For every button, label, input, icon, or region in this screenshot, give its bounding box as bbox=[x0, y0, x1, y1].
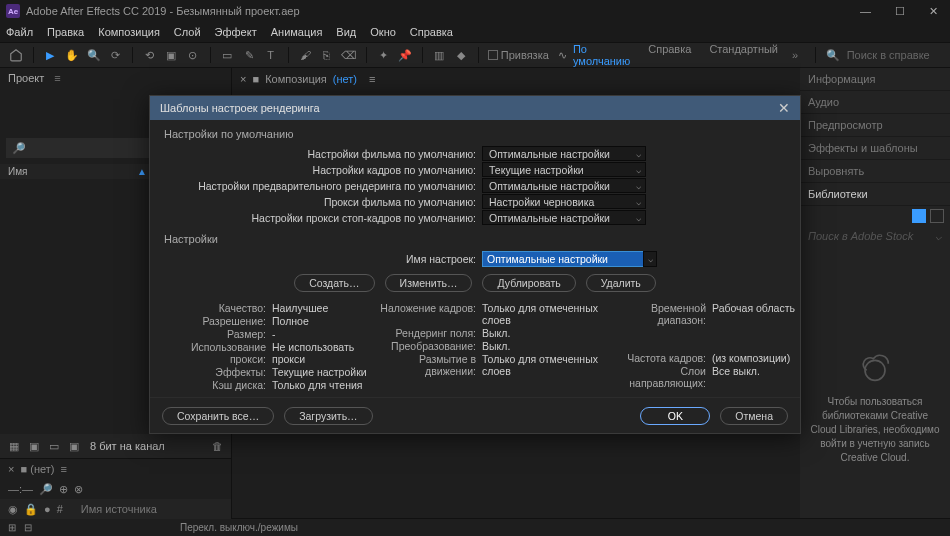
motion-label: Размытие в движении: bbox=[380, 353, 480, 377]
resolution-value: Полное bbox=[270, 315, 380, 327]
puppet-tool-icon[interactable]: 📌 bbox=[397, 46, 413, 64]
stillproxy-default-dropdown[interactable]: Оптимальные настройки bbox=[482, 210, 646, 225]
home-icon[interactable] bbox=[8, 46, 24, 64]
movieproxy-default-dropdown[interactable]: Настройки черновика bbox=[482, 194, 646, 209]
frame-default-label: Настройки кадров по умолчанию: bbox=[160, 164, 482, 176]
guides-value: Все выкл. bbox=[710, 365, 800, 389]
movieproxy-default-label: Прокси фильма по умолчанию: bbox=[160, 196, 482, 208]
workspace-default[interactable]: По умолчанию bbox=[573, 43, 630, 67]
guides-label: Слои направляющих: bbox=[610, 365, 710, 389]
size-label: Размер: bbox=[160, 328, 270, 340]
fps-value: (из композиции) bbox=[710, 352, 800, 364]
stillproxy-default-label: Настройки прокси стоп-кадров по умолчани… bbox=[160, 212, 482, 224]
dialog-title: Шаблоны настроек рендеринга bbox=[160, 102, 320, 114]
snap-label: Привязка bbox=[501, 49, 549, 61]
save-all-button[interactable]: Сохранить все… bbox=[162, 407, 274, 425]
delete-button[interactable]: Удалить bbox=[586, 274, 656, 292]
span-label: Временной диапазон: bbox=[610, 302, 710, 326]
pulldown-value: Выкл. bbox=[480, 340, 610, 352]
clone-tool-icon[interactable]: ⎘ bbox=[319, 46, 335, 64]
quality-value: Наилучшее bbox=[270, 302, 380, 314]
window-title: Adobe After Effects CC 2019 - Безымянный… bbox=[26, 5, 300, 17]
size-value: - bbox=[270, 328, 380, 340]
menu-edit[interactable]: Правка bbox=[47, 26, 84, 38]
render-settings-templates-dialog: Шаблоны настроек рендеринга ✕ Настройки … bbox=[149, 95, 801, 434]
field-label: Рендеринг поля: bbox=[380, 327, 480, 339]
settings-name-combobox[interactable]: Оптимальные настройки bbox=[482, 251, 646, 267]
duplicate-button[interactable]: Дублировать bbox=[482, 274, 575, 292]
settings-details: Качество:Наилучшее Разрешение:Полное Раз… bbox=[160, 302, 790, 391]
window-close[interactable]: ✕ bbox=[923, 5, 944, 18]
frame-default-dropdown[interactable]: Текущие настройки bbox=[482, 162, 646, 177]
eraser-tool-icon[interactable]: ⌫ bbox=[341, 46, 357, 64]
hand-tool-icon[interactable]: ✋ bbox=[64, 46, 80, 64]
brush-tool-icon[interactable]: 🖌 bbox=[297, 46, 313, 64]
help-search-input[interactable]: Поиск в справке bbox=[847, 49, 942, 61]
titlebar: Ae Adobe After Effects CC 2019 - Безымян… bbox=[0, 0, 950, 22]
ok-button[interactable]: OK bbox=[640, 407, 710, 425]
prerender-default-label: Настройки предварительного рендеринга по… bbox=[160, 180, 482, 192]
prerender-default-dropdown[interactable]: Оптимальные настройки bbox=[482, 178, 646, 193]
movie-default-label: Настройки фильма по умолчанию: bbox=[160, 148, 482, 160]
mask-tool-icon[interactable]: ▥ bbox=[432, 46, 448, 64]
disk-label: Кэш диска: bbox=[160, 379, 270, 391]
menubar: Файл Правка Композиция Слой Эффект Анима… bbox=[0, 22, 950, 42]
menu-animation[interactable]: Анимация bbox=[271, 26, 323, 38]
pulldown-label: Преобразование: bbox=[380, 340, 480, 352]
movie-default-dropdown[interactable]: Оптимальные настройки bbox=[482, 146, 646, 161]
blend-value: Только для отмеченных слоев bbox=[480, 302, 610, 326]
workspace-help[interactable]: Справка bbox=[648, 43, 691, 67]
menu-view[interactable]: Вид bbox=[336, 26, 356, 38]
workspace-standard[interactable]: Стандартный bbox=[709, 43, 778, 67]
pen-tool-icon[interactable]: ✎ bbox=[241, 46, 257, 64]
settings-section-label: Настройки bbox=[160, 231, 790, 251]
camera-tool-icon[interactable]: ▣ bbox=[164, 46, 180, 64]
quality-label: Качество: bbox=[160, 302, 270, 314]
menu-help[interactable]: Справка bbox=[410, 26, 453, 38]
effects-value: Текущие настройки bbox=[270, 366, 380, 378]
effects-label: Эффекты: bbox=[160, 366, 270, 378]
field-value: Выкл. bbox=[480, 327, 610, 339]
menu-layer[interactable]: Слой bbox=[174, 26, 201, 38]
resolution-label: Разрешение: bbox=[160, 315, 270, 327]
search-icon[interactable]: 🔍 bbox=[825, 46, 841, 64]
pan-behind-tool-icon[interactable]: ⊙ bbox=[185, 46, 201, 64]
zoom-tool-icon[interactable]: 🔍 bbox=[86, 46, 102, 64]
text-tool-icon[interactable]: T bbox=[263, 46, 279, 64]
span-value: Рабочая область bbox=[710, 302, 800, 326]
close-icon[interactable]: ✕ bbox=[778, 100, 790, 116]
cancel-button[interactable]: Отмена bbox=[720, 407, 788, 425]
shape-tool-icon[interactable]: ◆ bbox=[453, 46, 469, 64]
edit-button[interactable]: Изменить… bbox=[385, 274, 473, 292]
rotate-tool-icon[interactable]: ⟲ bbox=[142, 46, 158, 64]
window-minimize[interactable]: — bbox=[854, 5, 877, 18]
orbit-tool-icon[interactable]: ⟳ bbox=[107, 46, 123, 64]
window-maximize[interactable]: ☐ bbox=[889, 5, 911, 18]
proxy-label: Использование прокси: bbox=[160, 341, 270, 365]
blend-label: Наложение кадров: bbox=[380, 302, 480, 326]
snap-checkbox[interactable]: Привязка ∿ bbox=[488, 49, 567, 62]
rect-tool-icon[interactable]: ▭ bbox=[220, 46, 236, 64]
settings-name-label: Имя настроек: bbox=[160, 253, 482, 265]
app-logo: Ae bbox=[6, 4, 20, 18]
proxy-value: Не использовать прокси bbox=[270, 341, 380, 365]
menu-composition[interactable]: Композиция bbox=[98, 26, 160, 38]
menu-effect[interactable]: Эффект bbox=[215, 26, 257, 38]
toolbar: ▶ ✋ 🔍 ⟳ ⟲ ▣ ⊙ ▭ ✎ T 🖌 ⎘ ⌫ ✦ 📌 ▥ ◆ Привяз… bbox=[0, 42, 950, 68]
motion-value: Только для отмеченных слоев bbox=[480, 353, 610, 377]
selection-tool-icon[interactable]: ▶ bbox=[43, 46, 59, 64]
fps-label: Частота кадров: bbox=[610, 352, 710, 364]
load-button[interactable]: Загрузить… bbox=[284, 407, 372, 425]
roto-tool-icon[interactable]: ✦ bbox=[376, 46, 392, 64]
workspace-overflow-icon[interactable]: » bbox=[792, 49, 798, 61]
defaults-section-label: Настройки по умолчанию bbox=[160, 126, 790, 146]
disk-value: Только для чтения bbox=[270, 379, 380, 391]
create-button[interactable]: Создать… bbox=[294, 274, 374, 292]
menu-file[interactable]: Файл bbox=[6, 26, 33, 38]
menu-window[interactable]: Окно bbox=[370, 26, 396, 38]
